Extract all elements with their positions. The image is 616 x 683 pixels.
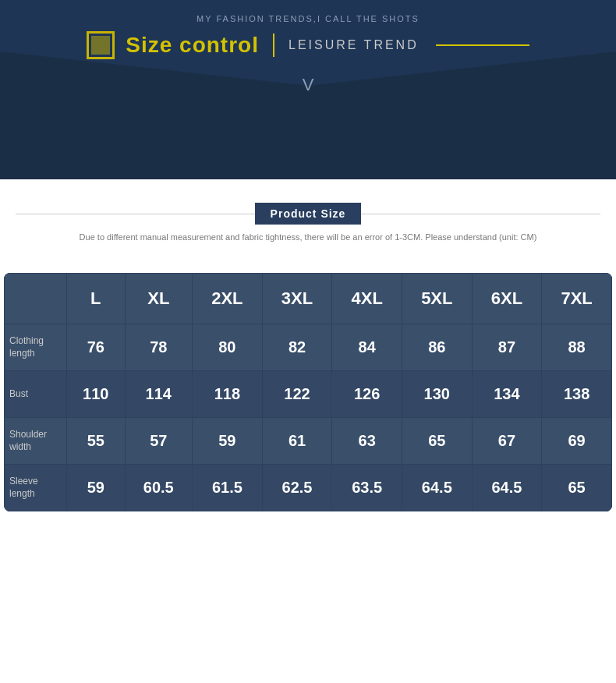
row-label-cell: Sleeve length: [5, 465, 67, 511]
value-cell: 55: [67, 418, 126, 465]
value-cell: 64.5: [402, 465, 472, 511]
row-label-cell: Clothing length: [5, 324, 67, 371]
title-divider: [273, 34, 274, 57]
value-cell: 61.5: [193, 465, 263, 511]
table-header-xl: XL: [125, 274, 193, 324]
main-title: Size control: [126, 33, 259, 58]
accent-line: [436, 44, 529, 46]
table-header: L XL 2XL 3XL 4XL 5XL 6XL 7XL: [5, 274, 612, 324]
header-content: MY FASHION TRENDS,I CALL THE SHOTS Size …: [0, 0, 616, 179]
value-cell: 88: [542, 324, 612, 371]
value-cell: 84: [332, 324, 402, 371]
value-cell: 64.5: [472, 465, 542, 511]
size-note: Due to different manual measurement and …: [16, 232, 600, 242]
value-cell: 76: [67, 324, 126, 371]
value-cell: 86: [402, 324, 472, 371]
product-size-section: Product Size Due to different manual mea…: [0, 179, 616, 273]
table-header-5xl: 5XL: [402, 274, 472, 324]
value-cell: 60.5: [125, 465, 193, 511]
table-header-6xl: 6XL: [472, 274, 542, 324]
value-cell: 63: [332, 418, 402, 465]
table-header-l: L: [67, 274, 126, 324]
table-header-row: L XL 2XL 3XL 4XL 5XL 6XL 7XL: [5, 274, 612, 324]
title-row: Size control LEISURE TREND: [87, 31, 529, 59]
value-cell: 138: [542, 371, 612, 418]
value-cell: 118: [193, 371, 263, 418]
value-cell: 126: [332, 371, 402, 418]
row-label-cell: Shoulder width: [5, 418, 67, 465]
value-cell: 122: [262, 371, 332, 418]
value-cell: 69: [542, 418, 612, 465]
table-row: Sleeve length5960.561.562.563.564.564.56…: [5, 465, 612, 511]
value-cell: 80: [193, 324, 263, 371]
header-subtitle: MY FASHION TRENDS,I CALL THE SHOTS: [196, 14, 420, 23]
table-row: Clothing length7678808284868788: [5, 324, 612, 371]
value-cell: 59: [67, 465, 126, 511]
value-cell: 67: [472, 418, 542, 465]
value-cell: 57: [125, 418, 193, 465]
table-header-empty: [5, 274, 67, 324]
value-cell: 114: [125, 371, 193, 418]
value-cell: 65: [402, 418, 472, 465]
value-cell: 59: [193, 418, 263, 465]
title-line-left: [16, 214, 255, 214]
value-cell: 61: [262, 418, 332, 465]
table-header-3xl: 3XL: [262, 274, 332, 324]
section-title-box: Product Size: [255, 203, 362, 225]
row-label-cell: Bust: [5, 371, 67, 418]
table-row: Bust110114118122126130134138: [5, 371, 612, 418]
value-cell: 78: [125, 324, 193, 371]
table-header-4xl: 4XL: [332, 274, 402, 324]
value-cell: 63.5: [332, 465, 402, 511]
value-cell: 134: [472, 371, 542, 418]
title-line-right: [361, 214, 600, 214]
value-cell: 110: [67, 371, 126, 418]
size-table-wrapper: L XL 2XL 3XL 4XL 5XL 6XL 7XL Clothing le…: [0, 273, 616, 527]
value-cell: 65: [542, 465, 612, 511]
chevron-v-text: V: [303, 75, 314, 95]
section-title-wrapper: Product Size: [16, 203, 600, 225]
logo-box: [87, 31, 115, 59]
table-header-2xl: 2XL: [193, 274, 263, 324]
table-row: Shoulder width5557596163656769: [5, 418, 612, 465]
logo-box-inner: [91, 36, 110, 55]
header-banner: MY FASHION TRENDS,I CALL THE SHOTS Size …: [0, 0, 616, 179]
sub-title: LEISURE TREND: [289, 38, 419, 52]
value-cell: 62.5: [262, 465, 332, 511]
size-table: L XL 2XL 3XL 4XL 5XL 6XL 7XL Clothing le…: [4, 273, 612, 511]
table-body: Clothing length7678808284868788Bust11011…: [5, 324, 612, 511]
table-header-7xl: 7XL: [542, 274, 612, 324]
value-cell: 82: [262, 324, 332, 371]
value-cell: 130: [402, 371, 472, 418]
value-cell: 87: [472, 324, 542, 371]
